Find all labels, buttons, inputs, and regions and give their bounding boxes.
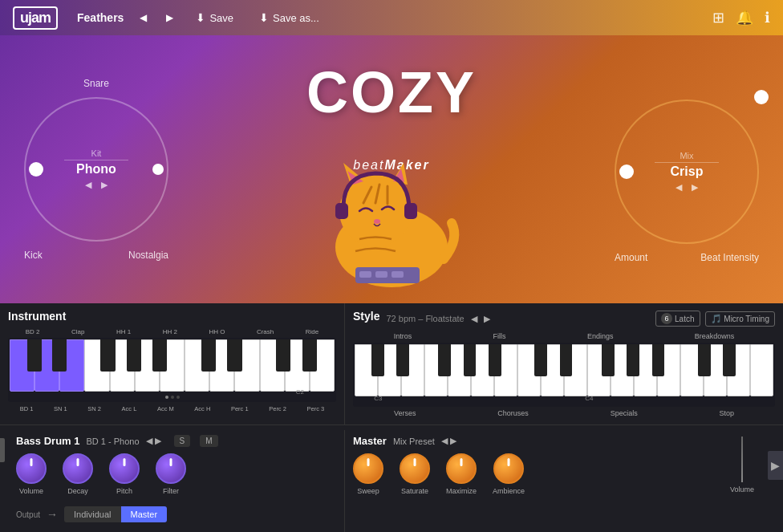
style-key-12[interactable] <box>611 344 634 396</box>
info-icon[interactable]: ℹ <box>765 9 770 26</box>
key-label-bd2: BD 2 <box>26 328 40 335</box>
style-key-16[interactable] <box>704 344 727 396</box>
label-breakdowns: Breakdowns <box>695 332 735 340</box>
grid-icon[interactable]: ⊞ <box>712 9 724 26</box>
decay-knob[interactable] <box>63 453 93 484</box>
white-key-4[interactable] <box>84 339 109 392</box>
micro-timing-button[interactable]: 🎵 Micro Timing <box>705 311 775 327</box>
instrument-keyboard[interactable]: C2 <box>8 338 336 402</box>
scroll-dots <box>165 396 180 399</box>
master-toggle[interactable]: Master <box>121 506 168 522</box>
bass-drum-nav: ◀ ▶ <box>146 436 161 446</box>
maximize-knob[interactable] <box>446 453 477 484</box>
latch-button[interactable]: 6 Latch <box>655 311 700 327</box>
scroll-dot-3 <box>176 396 180 399</box>
kit-knob-label: Kit <box>64 148 128 158</box>
style-key-14[interactable] <box>657 344 680 396</box>
output-label: Output <box>16 510 40 519</box>
mix-prev-arrow[interactable]: ◀ <box>675 182 682 193</box>
style-keyboard[interactable]: C3 C4 <box>353 343 775 407</box>
white-key-12[interactable] <box>285 339 310 392</box>
white-key-9[interactable] <box>209 339 234 392</box>
micro-timing-label: Micro Timing <box>724 315 769 323</box>
white-key-active-3[interactable] <box>59 339 84 392</box>
kit-prev-arrow[interactable]: ◀ <box>85 180 91 190</box>
white-key-active-1[interactable] <box>10 339 34 392</box>
ambience-knob-item: Ambience <box>493 453 525 495</box>
style-section: Style 72 bpm – Floatstate ◀ ▶ 6 Latch 🎵 … <box>345 303 783 424</box>
pitch-knob[interactable] <box>109 453 140 484</box>
volume-knob[interactable] <box>16 453 47 484</box>
save-as-button[interactable]: ⬇ Save as... <box>253 8 326 27</box>
style-key-10[interactable] <box>564 344 587 396</box>
style-key-17[interactable] <box>727 344 750 396</box>
style-key-7[interactable] <box>494 344 517 396</box>
master-header: Master Mix Preset ◀ ▶ <box>353 435 775 447</box>
style-key-9[interactable] <box>541 344 564 396</box>
saturate-knob[interactable] <box>400 453 430 484</box>
kit-knob-container: Kit Phono ◀ ▶ <box>24 97 168 242</box>
style-key-3[interactable] <box>401 344 424 396</box>
sweep-knob[interactable] <box>353 453 383 484</box>
micro-timing-icon: 🎵 <box>711 314 722 323</box>
key-label-bd1: BD 1 <box>20 405 34 412</box>
style-key-13[interactable] <box>634 344 657 396</box>
scroll-dot-1 <box>165 396 168 399</box>
style-key-15[interactable] <box>680 344 704 396</box>
master-prev-arrow[interactable]: ◀ <box>441 436 448 446</box>
bd-next-arrow[interactable]: ▶ <box>155 436 161 446</box>
style-next-arrow[interactable]: ▶ <box>484 314 490 324</box>
product-name: COZY <box>306 59 477 125</box>
white-key-5[interactable] <box>110 339 135 392</box>
individual-toggle[interactable]: Individual <box>64 506 120 522</box>
style-key-8[interactable] <box>517 344 541 396</box>
instrument-white-keys <box>10 339 335 392</box>
save-button[interactable]: ⬇ Save <box>189 8 240 27</box>
svg-rect-15 <box>392 271 404 278</box>
kit-knob-value: Phono <box>64 162 128 177</box>
style-key-4[interactable] <box>424 344 448 396</box>
pitch-knob-item: Pitch <box>109 453 140 495</box>
key-label-sn1: SN 1 <box>54 405 67 412</box>
pitch-label: Pitch <box>116 487 132 495</box>
style-key-5[interactable] <box>448 344 471 396</box>
instrument-section: Instrument BD 2 Clap HH 1 HH 2 HH O Cras… <box>0 303 345 424</box>
kit-knob-inner: Kit Phono ◀ ▶ <box>64 148 128 190</box>
svg-rect-14 <box>375 271 387 278</box>
white-key-10[interactable] <box>234 339 259 392</box>
style-key-11[interactable] <box>587 344 611 396</box>
style-key-2[interactable] <box>378 344 401 396</box>
master-volume-area: Volume <box>730 437 754 493</box>
master-next-arrow[interactable]: ▶ <box>450 436 456 446</box>
expand-arrow[interactable]: ▶ <box>768 451 783 480</box>
style-key-1[interactable] <box>355 344 378 396</box>
bd-prev-arrow[interactable]: ◀ <box>146 436 152 446</box>
hero-section: Snare Kit Phono ◀ ▶ Kick Nostalgia <box>0 35 783 303</box>
s-button[interactable]: S <box>174 435 191 447</box>
preset-next-arrow[interactable]: ▶ <box>163 10 176 25</box>
m-button[interactable]: M <box>200 435 217 447</box>
style-key-18[interactable] <box>750 344 773 396</box>
master-title: Master <box>353 435 387 447</box>
bell-icon[interactable]: 🔔 <box>736 9 753 26</box>
white-key-6[interactable] <box>135 339 160 392</box>
white-key-active-2[interactable] <box>34 339 59 392</box>
white-key-13[interactable] <box>310 339 335 392</box>
scroll-dot-2 <box>171 396 174 399</box>
key-label-accl: Acc L <box>122 405 137 412</box>
mix-next-arrow[interactable]: ▶ <box>692 182 698 193</box>
filter-knob[interactable] <box>156 453 186 484</box>
style-key-6[interactable] <box>471 344 494 396</box>
key-label-perc1: Perc 1 <box>231 405 249 412</box>
white-key-11[interactable] <box>260 339 285 392</box>
output-row: Output → Individual Master <box>16 502 336 527</box>
white-key-8[interactable] <box>185 339 209 392</box>
output-arrow: → <box>47 508 58 521</box>
preset-prev-arrow[interactable]: ◀ <box>136 10 150 25</box>
ambience-knob[interactable] <box>493 453 524 484</box>
style-prev-arrow[interactable]: ◀ <box>471 314 477 324</box>
collapse-indicator <box>0 438 5 462</box>
kit-next-arrow[interactable]: ▶ <box>101 180 108 190</box>
kit-knob-dot-right <box>152 164 164 175</box>
white-key-7[interactable] <box>160 339 185 392</box>
